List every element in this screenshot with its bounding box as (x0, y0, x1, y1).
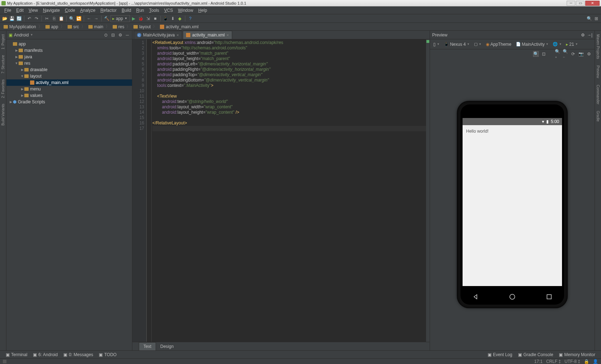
tree-row[interactable]: ▶values (6, 92, 132, 99)
insert-mode-icon[interactable]: 🔒 (584, 359, 589, 364)
tree-arrow-icon[interactable]: ▶ (20, 87, 24, 91)
project-structure-icon[interactable]: ⊞ (593, 15, 600, 22)
tool-window-button[interactable]: 2: Favorites (1, 77, 5, 100)
tree-arrow-icon[interactable]: ▶ (20, 68, 24, 72)
status-tool-button[interactable]: ▣6: Android (30, 352, 60, 357)
locale-dropdown[interactable]: 🌐▼ (552, 42, 563, 46)
tree-arrow-icon[interactable]: ▼ (20, 74, 24, 78)
orientation-dropdown[interactable]: ▯▼ (432, 42, 441, 47)
menu-window[interactable]: Window (176, 7, 195, 14)
breadcrumb[interactable]: MyApplication〉 (2, 24, 44, 30)
breadcrumb[interactable]: main〉 (87, 24, 111, 30)
api-dropdown[interactable]: ▸21▼ (565, 42, 579, 47)
breadcrumb[interactable]: activity_main.xml (158, 24, 200, 29)
tool-window-button[interactable]: Preview (596, 63, 600, 80)
debug-icon[interactable]: 🐞 (138, 15, 144, 22)
editor-tab[interactable]: CMainActivity.java× (134, 31, 182, 39)
window-maximize-button[interactable]: ▭ (576, 1, 585, 6)
editor-mode-tab-text[interactable]: Text (139, 342, 156, 351)
tool-window-button[interactable]: Commander (596, 83, 600, 107)
scroll-from-source-icon[interactable]: ⊙ (103, 33, 108, 38)
tree-row[interactable]: ▶menu (6, 86, 132, 92)
code-text[interactable]: <RelativeLayout xmlns:android="http://sc… (152, 39, 426, 342)
tree-arrow-icon[interactable]: ▶ (9, 100, 13, 104)
back-icon[interactable]: ← (86, 15, 92, 22)
tree-arrow-icon[interactable]: ▼ (14, 62, 19, 65)
tool-window-button[interactable]: 1: Project (1, 32, 5, 51)
hide-icon[interactable]: ─ (125, 33, 130, 38)
device-dropdown[interactable]: 📱Nexus 4▼ (443, 42, 471, 47)
status-tool-button[interactable]: ▣Gradle Console (515, 352, 556, 357)
sdk-manager-icon[interactable]: ⬇ (170, 15, 176, 22)
screenshot-icon[interactable]: 📷 (578, 51, 584, 57)
tool-window-button[interactable]: Build Variants (1, 102, 5, 128)
menu-edit[interactable]: Edit (14, 7, 26, 14)
attach-debugger-icon[interactable]: ⇲ (145, 15, 151, 22)
menu-refactor[interactable]: Refactor (98, 7, 119, 14)
ddms-icon[interactable]: ◆ (177, 15, 183, 22)
open-icon[interactable]: 📂 (1, 15, 8, 22)
hector-icon[interactable]: 👤 (593, 359, 598, 364)
tree-row[interactable]: ▼layout (6, 73, 132, 79)
collapse-all-icon[interactable]: ⊟ (111, 33, 116, 38)
code-editor[interactable]: 1234567891011121314151617 <RelativeLayou… (132, 39, 430, 342)
menu-code[interactable]: Code (63, 7, 77, 14)
preview-alt-dropdown[interactable]: ▢▼ (473, 42, 483, 46)
tree-row[interactable]: ▶⬢Gradle Scripts (6, 99, 132, 105)
menu-file[interactable]: File (2, 7, 13, 14)
menu-view[interactable]: View (26, 7, 40, 14)
tool-window-button[interactable]: 7: Structure (1, 53, 5, 76)
window-close-button[interactable]: ✕ (585, 1, 600, 6)
tree-row[interactable]: ▶manifests (6, 47, 132, 54)
settings-icon[interactable]: ⚙ (586, 51, 592, 57)
tree-arrow-icon[interactable]: ▶ (14, 49, 19, 52)
help-icon[interactable]: ? (187, 15, 194, 22)
status-tool-button[interactable]: ▣TODO (96, 352, 119, 357)
menu-build[interactable]: Build (119, 7, 133, 14)
footer-status-icon[interactable] (3, 360, 6, 363)
line-separator[interactable]: CRLF ‡ (546, 359, 561, 364)
search-everywhere-icon[interactable]: 🔍 (586, 15, 592, 22)
window-minimize-button[interactable]: ─ (567, 1, 575, 6)
theme-dropdown[interactable]: ◉AppTheme (485, 42, 513, 47)
tree-arrow-icon[interactable]: ▶ (14, 55, 19, 59)
editor-mode-tab-design[interactable]: Design (156, 343, 178, 350)
editor-marker-bar[interactable] (426, 39, 430, 342)
breadcrumb[interactable]: res〉 (111, 24, 132, 30)
copy-icon[interactable]: ⎘ (51, 15, 57, 22)
sync-icon[interactable]: 🔄 (16, 15, 22, 22)
project-view-dropdown[interactable]: ▣ Android ▼ (9, 33, 33, 38)
zoom-out-icon[interactable]: 🔍₋ (562, 51, 568, 57)
run-config-dropdown[interactable]: ▸ app ▼ (111, 15, 130, 22)
refresh-icon[interactable]: ⟳ (570, 51, 576, 57)
menu-navigate[interactable]: Navigate (41, 7, 62, 14)
paste-icon[interactable]: 📋 (58, 15, 64, 22)
save-icon[interactable]: 💾 (9, 15, 15, 22)
breadcrumb[interactable]: layout〉 (132, 24, 158, 30)
status-tool-button[interactable]: ▣Terminal (3, 352, 30, 357)
tree-row[interactable]: ▶drawable (6, 67, 132, 73)
settings-icon[interactable]: ⚙ (581, 33, 585, 38)
menu-analyze[interactable]: Analyze (78, 7, 98, 14)
status-tool-button[interactable]: ▣0: Messages (60, 352, 96, 357)
settings-icon[interactable]: ⚙ (118, 33, 123, 38)
zoom-actual-icon[interactable]: ⊡ (541, 51, 547, 57)
zoom-fit-icon[interactable]: 🔍 (533, 51, 539, 57)
tool-window-button[interactable]: Gradle (596, 109, 600, 124)
project-tree[interactable]: app▶manifests▶java▼res▶drawable▼layoutac… (6, 39, 132, 350)
tree-row[interactable]: activity_main.xml (6, 79, 132, 86)
zoom-in-icon[interactable]: 🔍₊ (554, 51, 560, 57)
cursor-position[interactable]: 17:1 (534, 359, 542, 364)
activity-dropdown[interactable]: 📄MainActivity▼ (515, 42, 550, 47)
forward-icon[interactable]: → (93, 15, 99, 22)
tree-row[interactable]: app (6, 41, 132, 47)
menu-help[interactable]: Help (196, 7, 209, 14)
replace-icon[interactable]: 🔁 (75, 15, 82, 22)
tree-row[interactable]: ▶java (6, 54, 132, 60)
hide-icon[interactable]: →| (587, 33, 592, 38)
avd-manager-icon[interactable]: 📱 (162, 15, 169, 22)
stop-icon[interactable]: ■ (152, 15, 158, 22)
close-icon[interactable]: × (226, 33, 229, 37)
undo-icon[interactable]: ↶ (26, 15, 33, 22)
tool-window-button[interactable]: Maven Projects (596, 32, 600, 61)
